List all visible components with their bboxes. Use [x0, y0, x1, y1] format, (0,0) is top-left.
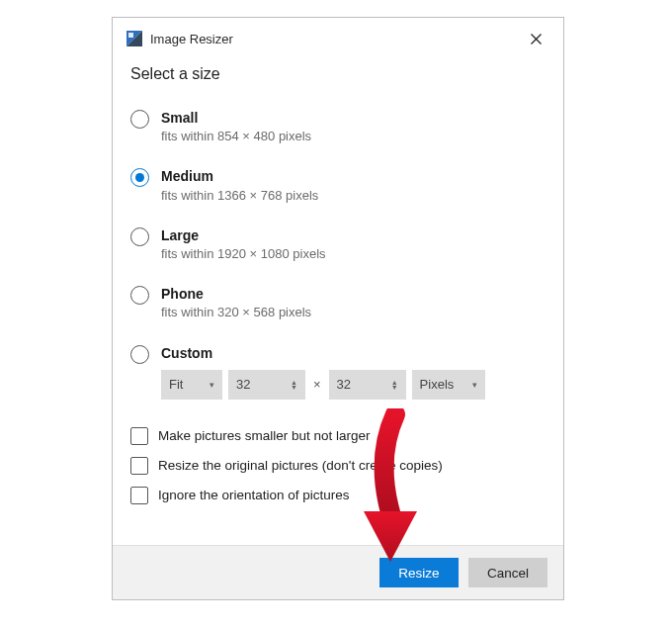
image-resizer-dialog: Image Resizer Select a size Small fits w… [112, 17, 564, 600]
chevron-down-icon: ▾ [210, 380, 214, 390]
check-label: Make pictures smaller but not larger [158, 428, 371, 443]
size-label: Large [161, 226, 546, 244]
radio-medium[interactable] [130, 168, 149, 187]
app-icon [126, 31, 142, 46]
size-label: Custom [161, 344, 546, 362]
dialog-footer: Resize Cancel [113, 545, 563, 599]
size-label: Phone [161, 285, 546, 303]
stepper-icon: ▲▼ [391, 380, 398, 390]
radio-large[interactable] [130, 227, 149, 246]
size-option-custom[interactable]: Custom Fit ▾ 32 ▲▼ × 32 ▲▼ [130, 336, 546, 413]
options-checkboxes: Make pictures smaller but not larger Res… [113, 413, 563, 510]
size-sub: fits within 320 × 568 pixels [161, 304, 546, 321]
fit-mode-select[interactable]: Fit ▾ [161, 370, 222, 400]
checkbox[interactable] [130, 487, 148, 504]
size-option-medium[interactable]: Medium fits within 1366 × 768 pixels [130, 159, 546, 218]
stepper-icon: ▲▼ [291, 380, 297, 390]
check-row-smaller-only[interactable]: Make pictures smaller but not larger [130, 421, 546, 451]
checkbox[interactable] [130, 427, 148, 445]
check-label: Ignore the orientation of pictures [158, 488, 350, 502]
size-sub: fits within 1366 × 768 pixels [161, 187, 546, 205]
checkbox[interactable] [130, 457, 148, 475]
radio-small[interactable] [130, 110, 149, 129]
resize-button[interactable]: Resize [379, 558, 459, 587]
close-button[interactable] [522, 28, 549, 49]
size-options: Small fits within 854 × 480 pixels Mediu… [113, 91, 563, 413]
radio-custom[interactable] [130, 345, 149, 364]
svg-rect-3 [128, 33, 133, 38]
window-title: Image Resizer [150, 32, 522, 46]
check-row-overwrite[interactable]: Resize the original pictures (don't crea… [130, 451, 546, 481]
chevron-down-icon: ▾ [472, 380, 477, 390]
custom-height-input[interactable]: 32 ▲▼ [329, 370, 406, 400]
custom-width-input[interactable]: 32 ▲▼ [228, 370, 305, 400]
size-option-phone[interactable]: Phone fits within 320 × 568 pixels [130, 277, 546, 335]
custom-controls: Fit ▾ 32 ▲▼ × 32 ▲▼ Pixels ▾ [161, 370, 546, 400]
size-label: Small [161, 109, 546, 127]
unit-select[interactable]: Pixels ▾ [412, 370, 485, 400]
times-symbol: × [311, 377, 323, 392]
titlebar: Image Resizer [113, 18, 563, 53]
radio-phone[interactable] [130, 286, 149, 305]
size-label: Medium [161, 167, 546, 185]
cancel-button[interactable]: Cancel [468, 558, 547, 587]
close-icon [531, 34, 542, 45]
check-label: Resize the original pictures (don't crea… [158, 458, 443, 473]
check-row-ignore-orientation[interactable]: Ignore the orientation of pictures [130, 481, 546, 510]
size-sub: fits within 854 × 480 pixels [161, 128, 546, 145]
size-option-large[interactable]: Large fits within 1920 × 1080 pixels [130, 219, 546, 277]
size-sub: fits within 1920 × 1080 pixels [161, 245, 546, 263]
dialog-heading: Select a size [113, 53, 563, 91]
size-option-small[interactable]: Small fits within 854 × 480 pixels [130, 101, 546, 159]
